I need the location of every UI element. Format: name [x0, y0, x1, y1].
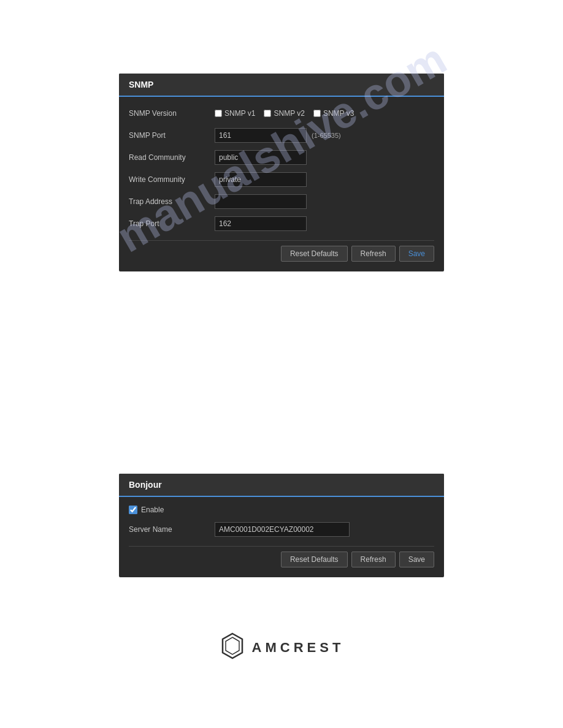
trap-port-input[interactable]: [215, 216, 307, 231]
snmp-port-row: SNMP Port (1-65535): [129, 127, 434, 143]
bonjour-server-name-label: Server Name: [129, 525, 215, 534]
svg-marker-1: [226, 637, 239, 654]
bonjour-server-name-input[interactable]: [215, 522, 350, 537]
amcrest-logo-icon: [219, 632, 246, 659]
bonjour-title: Bonjour: [129, 480, 162, 490]
trap-port-label: Trap Port: [129, 219, 215, 228]
bonjour-enable-checkbox[interactable]: [129, 506, 137, 514]
snmp-reset-button[interactable]: Reset Defaults: [281, 246, 348, 262]
bonjour-refresh-button[interactable]: Refresh: [351, 552, 396, 567]
read-community-label: Read Community: [129, 153, 215, 162]
bonjour-panel-body: Enable Server Name Reset Defaults Refres…: [119, 497, 444, 577]
snmp-v3-checkbox[interactable]: [313, 110, 321, 117]
bonjour-panel-header: Bonjour: [119, 474, 444, 497]
snmp-port-input[interactable]: [215, 128, 307, 143]
page-container: manualshive.com SNMP SNMP Version SNMP v…: [0, 0, 563, 728]
bonjour-save-button[interactable]: Save: [399, 552, 434, 567]
bonjour-reset-button[interactable]: Reset Defaults: [281, 552, 348, 567]
snmp-v2-checkbox[interactable]: [264, 110, 271, 117]
snmp-v1-checkbox[interactable]: [215, 110, 222, 117]
trap-address-label: Trap Address: [129, 197, 215, 206]
read-community-row: Read Community: [129, 150, 434, 165]
bonjour-button-row: Reset Defaults Refresh Save: [129, 546, 434, 567]
trap-address-input[interactable]: [215, 194, 307, 209]
snmp-v3-label: SNMP v3: [323, 109, 354, 118]
trap-address-row: Trap Address: [129, 194, 434, 210]
snmp-version-label: SNMP Version: [129, 109, 215, 118]
bonjour-panel: Bonjour Enable Server Name Reset Default…: [119, 474, 444, 577]
snmp-button-row: Reset Defaults Refresh Save: [129, 240, 434, 262]
snmp-panel-body: SNMP Version SNMP v1 SNMP v2 SNMP v3: [119, 97, 444, 271]
write-community-input[interactable]: [215, 172, 307, 187]
snmp-panel-header: SNMP: [119, 74, 444, 97]
bonjour-enable-row: Enable: [129, 506, 434, 514]
bonjour-server-name-row: Server Name: [129, 521, 434, 537]
snmp-version-row: SNMP Version SNMP v1 SNMP v2 SNMP v3: [129, 105, 434, 121]
read-community-input[interactable]: [215, 150, 307, 165]
logo-row: AMCREST: [219, 632, 345, 663]
snmp-v3-item[interactable]: SNMP v3: [313, 109, 354, 118]
amcrest-logo-text: AMCREST: [252, 640, 345, 656]
trap-port-row: Trap Port: [129, 216, 434, 232]
write-community-label: Write Community: [129, 175, 215, 184]
write-community-row: Write Community: [129, 172, 434, 188]
snmp-title: SNMP: [129, 80, 153, 89]
snmp-v1-label: SNMP v1: [224, 109, 255, 118]
snmp-panel: SNMP SNMP Version SNMP v1 SNMP v2: [119, 74, 444, 271]
snmp-v1-item[interactable]: SNMP v1: [215, 109, 255, 118]
snmp-port-label: SNMP Port: [129, 131, 215, 140]
snmp-refresh-button[interactable]: Refresh: [351, 246, 396, 262]
snmp-v2-item[interactable]: SNMP v2: [264, 109, 304, 118]
snmp-version-checkboxes: SNMP v1 SNMP v2 SNMP v3: [215, 109, 354, 118]
bonjour-enable-label: Enable: [141, 506, 164, 514]
snmp-port-hint: (1-65535): [312, 132, 341, 139]
snmp-v2-label: SNMP v2: [274, 109, 304, 118]
snmp-save-button[interactable]: Save: [399, 246, 434, 262]
logo-container: AMCREST: [219, 632, 345, 663]
